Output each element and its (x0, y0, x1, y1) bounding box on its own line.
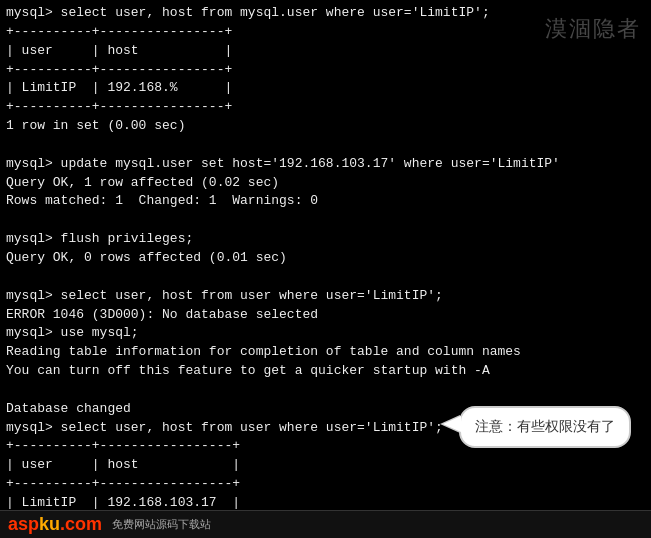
line-10: Query OK, 1 row affected (0.02 sec) (6, 174, 645, 193)
bubble-text: 注意：有些权限没有了 (475, 419, 615, 434)
line-25: | user | host | (6, 456, 645, 475)
line-3: | user | host | (6, 42, 645, 61)
line-1: mysql> select user, host from mysql.user… (6, 4, 645, 23)
note-bubble: 注意：有些权限没有了 (459, 406, 631, 448)
bottom-bar: aspku.com 免费网站源码下载站 (0, 510, 651, 538)
terminal-window: 漠涸隐者 mysql> select user, host from mysql… (0, 0, 651, 538)
line-16: mysql> select user, host from user where… (6, 287, 645, 306)
line-2: +----------+----------------+ (6, 23, 645, 42)
line-19: Reading table information for completion… (6, 343, 645, 362)
line-21 (6, 381, 645, 400)
dot-com: .com (60, 514, 102, 534)
line-12 (6, 211, 645, 230)
line-5: | LimitIP | 192.168.% | (6, 79, 645, 98)
line-18: mysql> use mysql; (6, 324, 645, 343)
line-4: +----------+----------------+ (6, 61, 645, 80)
line-7: 1 row in set (0.00 sec) (6, 117, 645, 136)
line-20: You can turn off this feature to get a q… (6, 362, 645, 381)
line-26: +----------+-----------------+ (6, 475, 645, 494)
line-11: Rows matched: 1 Changed: 1 Warnings: 0 (6, 192, 645, 211)
line-6: +----------+----------------+ (6, 98, 645, 117)
line-9: mysql> update mysql.user set host='192.1… (6, 155, 645, 174)
line-14: Query OK, 0 rows affected (0.01 sec) (6, 249, 645, 268)
ku-text: ku (39, 514, 60, 534)
line-17: ERROR 1046 (3D000): No database selected (6, 306, 645, 325)
line-13: mysql> flush privileges; (6, 230, 645, 249)
line-15 (6, 268, 645, 287)
aspku-text: asp (8, 514, 39, 534)
bottom-note: 免费网站源码下载站 (112, 517, 211, 532)
aspku-logo: aspku.com (8, 514, 102, 535)
line-8 (6, 136, 645, 155)
